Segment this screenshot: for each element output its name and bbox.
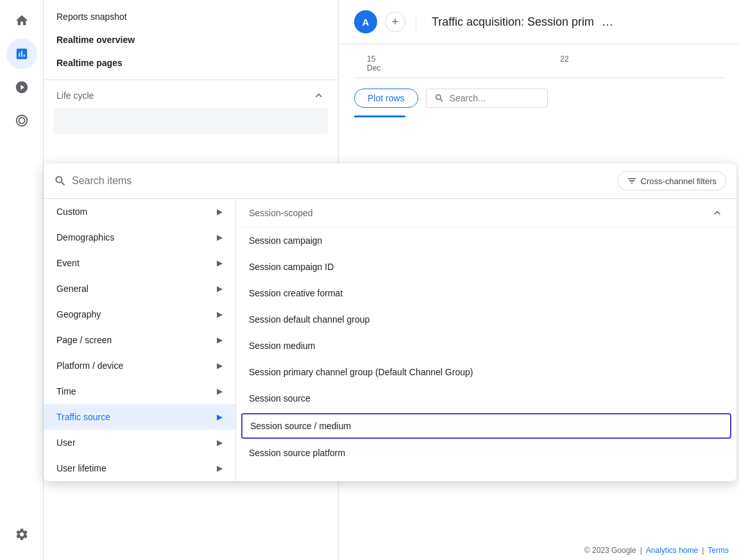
left-item-page-screen[interactable]: Page / screen ▶	[44, 327, 235, 353]
avatar[interactable]: A	[354, 10, 377, 33]
filter-icon	[627, 176, 637, 186]
chevron-right-icon: ▶	[217, 464, 223, 473]
plot-rows-button[interactable]: Plot rows	[354, 89, 418, 108]
chevron-up-icon	[711, 207, 724, 219]
terms-link[interactable]: Terms	[708, 546, 729, 555]
left-item-general[interactable]: General ▶	[44, 276, 235, 301]
dropdown-search-bar: Cross-channel filters	[44, 164, 736, 199]
main-header: A + Traffic acquisition: Session prim …	[339, 0, 739, 44]
chart-tools: Plot rows	[354, 89, 724, 108]
chevron-right-icon: ▶	[217, 207, 223, 216]
right-item-session-primary-channel-group[interactable]: Session primary channel group (Default C…	[236, 359, 736, 386]
page-title: Traffic acquisition: Session prim	[432, 15, 594, 29]
settings-nav-icon[interactable]	[6, 519, 37, 550]
right-item-session-campaign-id[interactable]: Session campaign ID	[236, 254, 736, 280]
sidebar-item-realtime-overview[interactable]: Realtime overview	[44, 28, 338, 51]
dropdown-search-input[interactable]	[72, 175, 612, 187]
left-item-custom[interactable]: Custom ▶	[44, 199, 235, 225]
right-item-session-medium[interactable]: Session medium	[236, 333, 736, 359]
chevron-right-icon: ▶	[217, 412, 223, 421]
analytics-nav-icon[interactable]	[6, 38, 37, 69]
right-section-header: Session-scoped	[236, 199, 736, 228]
left-item-traffic-source[interactable]: Traffic source ▶	[44, 404, 235, 430]
add-tab-button[interactable]: +	[385, 12, 405, 32]
search-input[interactable]	[450, 93, 539, 103]
chevron-right-icon: ▶	[217, 284, 223, 293]
date-labels: 15Dec 22	[354, 55, 724, 72]
right-item-session-source-platform[interactable]: Session source platform	[236, 440, 736, 466]
chevron-right-icon: ▶	[217, 233, 223, 242]
footer: © 2023 Google | Analytics home | Terms	[584, 546, 729, 555]
sidebar-item-realtime-pages[interactable]: Realtime pages	[44, 51, 338, 74]
dropdown-left-panel: Custom ▶ Demographics ▶ Event ▶ General …	[44, 199, 236, 481]
chevron-up-icon	[312, 89, 325, 102]
lifecycle-section-header[interactable]: Life cycle	[44, 83, 338, 108]
left-item-event[interactable]: Event ▶	[44, 250, 235, 276]
search-icon	[434, 93, 445, 103]
left-item-user[interactable]: User ▶	[44, 430, 235, 455]
chevron-right-icon: ▶	[217, 387, 223, 396]
right-item-session-creative-format[interactable]: Session creative format	[236, 280, 736, 307]
dropdown-overlay: Cross-channel filters Custom ▶ Demograph…	[44, 164, 736, 481]
home-nav-icon[interactable]	[6, 5, 37, 36]
cross-channel-filter-button[interactable]: Cross-channel filters	[617, 171, 727, 191]
chart-area: 15Dec 22 Plot rows	[339, 44, 739, 128]
left-item-geography[interactable]: Geography ▶	[44, 301, 235, 327]
left-nav	[0, 0, 44, 560]
left-item-time[interactable]: Time ▶	[44, 378, 235, 404]
left-item-platform-device[interactable]: Platform / device ▶	[44, 353, 235, 378]
right-item-session-default-channel-group[interactable]: Session default channel group	[236, 307, 736, 333]
dropdown-search-icon	[54, 174, 67, 187]
right-item-session-campaign[interactable]: Session campaign	[236, 228, 736, 254]
right-item-session-source[interactable]: Session source	[236, 386, 736, 412]
advertising-nav-icon[interactable]	[6, 105, 37, 136]
left-item-user-lifetime[interactable]: User lifetime ▶	[44, 455, 235, 481]
dropdown-right-panel: Session-scoped Session campaign Session …	[236, 199, 736, 481]
analytics-home-link[interactable]: Analytics home	[646, 546, 698, 555]
chevron-right-icon: ▶	[217, 259, 223, 267]
dropdown-body: Custom ▶ Demographics ▶ Event ▶ General …	[44, 199, 736, 481]
realtime-nav-icon[interactable]	[6, 72, 37, 103]
chevron-right-icon: ▶	[217, 335, 223, 344]
right-item-session-source-medium[interactable]: Session source / medium	[241, 413, 731, 439]
chevron-right-icon: ▶	[217, 438, 223, 447]
search-box[interactable]	[426, 89, 548, 108]
left-item-demographics[interactable]: Demographics ▶	[44, 225, 235, 250]
sidebar-item-reports-snapshot[interactable]: Reports snapshot	[44, 5, 338, 28]
chevron-right-icon: ▶	[217, 361, 223, 370]
chevron-right-icon: ▶	[217, 310, 223, 319]
